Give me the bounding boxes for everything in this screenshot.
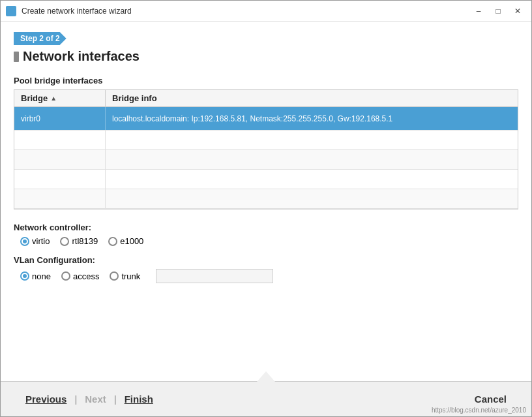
step-title-text: Network interfaces (23, 49, 140, 64)
separator-2: | (114, 394, 117, 405)
outer-content: Step 2 of 2 Network interfaces Pool brid… (1, 22, 531, 416)
footer: Previous | Next | Finish Cancel https://… (1, 381, 531, 416)
bridge-cell-empty (14, 131, 106, 149)
watermark: https://blog.csdn.net/azure_2010 (432, 407, 526, 414)
network-controller-label: Network controller: (14, 223, 518, 232)
step-title: Network interfaces (14, 49, 518, 64)
radio-trunk[interactable]: trunk (110, 271, 140, 281)
window-controls: – □ ✕ (470, 5, 526, 18)
main-panel: Step 2 of 2 Network interfaces Pool brid… (1, 22, 531, 381)
title-bar: Create network interface wizard – □ ✕ (1, 1, 531, 22)
radio-access[interactable]: access (61, 271, 99, 281)
radio-label-rtl8139: rtl8139 (72, 236, 98, 246)
radio-virtio[interactable]: virtio (20, 236, 50, 246)
close-button[interactable]: ✕ (509, 5, 526, 18)
bridge-cell: virbr0 (14, 107, 106, 130)
next-button[interactable]: Next (80, 391, 111, 407)
bridge-cell-empty (14, 189, 106, 208)
content-area: Pool bridge interfaces Bridge ▲ Bridge i… (1, 69, 531, 381)
app-icon (6, 6, 16, 16)
table-row[interactable] (14, 170, 518, 189)
pool-bridge-section: Pool bridge interfaces Bridge ▲ Bridge i… (14, 76, 518, 209)
previous-button[interactable]: Previous (20, 391, 72, 407)
minimize-button[interactable]: – (470, 5, 487, 18)
bridge-info-cell-empty (106, 131, 518, 149)
radio-label-virtio: virtio (32, 236, 50, 246)
separator-1: | (74, 394, 77, 405)
window-title: Create network interface wizard (22, 7, 470, 16)
title-decoration-icon (14, 52, 19, 62)
table-row[interactable] (14, 150, 518, 170)
table-row[interactable]: virbr0 localhost.localdomain: Ip:192.168… (14, 107, 518, 131)
radio-btn-e1000[interactable] (108, 237, 117, 246)
radio-btn-virtio[interactable] (20, 237, 29, 246)
bridge-cell-empty (14, 150, 106, 169)
radio-label-e1000: e1000 (120, 236, 143, 246)
radio-btn-trunk[interactable] (110, 271, 119, 281)
vlan-dropdown[interactable] (156, 269, 273, 283)
radio-label-none: none (32, 271, 51, 281)
bridge-info-cell-empty (106, 189, 518, 208)
bridge-info-cell-empty (106, 170, 518, 189)
network-controller-section: Network controller: virtio rtl8139 e1 (14, 223, 518, 246)
table-row[interactable] (14, 189, 518, 209)
bridge-cell-empty (14, 170, 106, 189)
bridge-info-cell-empty (106, 150, 518, 169)
radio-btn-access[interactable] (61, 271, 70, 281)
footer-nav: Previous | Next | Finish (20, 391, 158, 407)
radio-none[interactable]: none (20, 271, 51, 281)
table-row[interactable] (14, 131, 518, 150)
bridge-column-header[interactable]: Bridge ▲ (14, 90, 106, 106)
step-header: Step 2 of 2 Network interfaces (1, 22, 531, 69)
cancel-button[interactable]: Cancel (469, 391, 512, 407)
main-window: Create network interface wizard – □ ✕ St… (0, 0, 532, 417)
bridge-info-column-label: Bridge info (112, 93, 157, 103)
radio-rtl8139[interactable]: rtl8139 (60, 236, 98, 246)
sort-arrow-icon: ▲ (50, 95, 57, 102)
radio-label-access: access (73, 271, 99, 281)
network-controller-radio-group: virtio rtl8139 e1000 (14, 236, 518, 246)
pool-bridge-label: Pool bridge interfaces (14, 76, 518, 85)
vlan-radio-group: none access trunk (14, 269, 518, 283)
radio-label-trunk: trunk (121, 271, 140, 281)
maximize-button[interactable]: □ (490, 5, 507, 18)
table-header-row: Bridge ▲ Bridge info (14, 90, 518, 107)
bridge-info-cell: localhost.localdomain: Ip:192.168.5.81, … (106, 107, 518, 130)
radio-e1000[interactable]: e1000 (108, 236, 143, 246)
bridge-column-label: Bridge (21, 93, 48, 103)
finish-button[interactable]: Finish (119, 391, 158, 407)
step-badge: Step 2 of 2 (14, 32, 66, 45)
radio-btn-rtl8139[interactable] (60, 237, 69, 246)
bridge-info-column-header[interactable]: Bridge info (106, 90, 518, 106)
vlan-label: VLan Configuration: (14, 255, 518, 265)
radio-btn-none[interactable] (20, 271, 29, 281)
vlan-section: VLan Configuration: none access trunk (14, 255, 518, 283)
bridge-table: Bridge ▲ Bridge info virbr0 localhost.lo… (14, 89, 518, 209)
